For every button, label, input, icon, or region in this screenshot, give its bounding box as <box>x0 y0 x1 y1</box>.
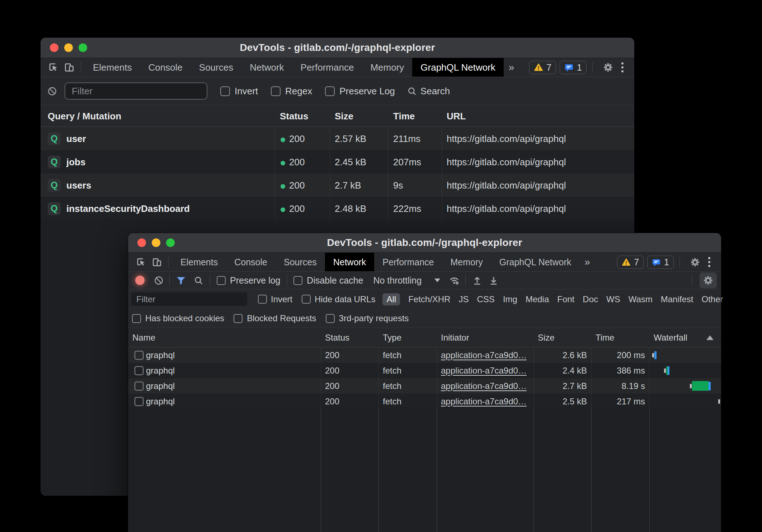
settings-gear-icon[interactable] <box>603 62 613 73</box>
type-filter-wasm[interactable]: Wasm <box>629 294 653 304</box>
export-har-icon[interactable] <box>489 275 499 285</box>
blocked-requests-checkbox-group[interactable]: Blocked Requests <box>234 313 316 323</box>
clear-icon[interactable] <box>154 276 164 285</box>
hide-data-urls-checkbox-group[interactable]: Hide data URLs <box>302 294 375 304</box>
col-time[interactable]: Time <box>596 333 614 343</box>
row-checkbox[interactable] <box>135 381 144 390</box>
col-name[interactable]: Name <box>132 333 155 343</box>
initiator-link[interactable]: application-a7ca9d0… <box>441 396 527 407</box>
network-conditions-icon[interactable] <box>449 275 460 286</box>
disable-cache-checkbox-group[interactable]: Disable cache <box>293 275 363 286</box>
more-tabs-icon[interactable]: » <box>579 256 595 268</box>
minimize-window-button[interactable] <box>152 238 160 247</box>
disable-cache-checkbox[interactable] <box>293 276 302 285</box>
col-type[interactable]: Type <box>383 333 401 343</box>
tab-performance[interactable]: Performance <box>374 253 442 271</box>
filter-input[interactable] <box>131 293 247 306</box>
row-checkbox[interactable] <box>135 397 144 406</box>
tab-network[interactable]: Network <box>241 58 292 77</box>
invert-checkbox-group[interactable]: Invert <box>220 86 258 97</box>
type-filter-other[interactable]: Other <box>701 294 723 304</box>
messages-badge[interactable]: 1 <box>560 61 587 74</box>
type-filter-img[interactable]: Img <box>503 294 517 304</box>
tab-console[interactable]: Console <box>140 58 190 77</box>
table-row[interactable]: Q users 200 2.7 kB 9s https://gitlab.com… <box>41 174 634 197</box>
row-checkbox[interactable] <box>135 366 144 375</box>
warnings-badge[interactable]: 7 <box>529 61 556 74</box>
filter-input[interactable] <box>65 82 207 100</box>
has-blocked-cookies-checkbox-group[interactable]: Has blocked cookies <box>132 313 224 323</box>
col-waterfall[interactable]: Waterfall <box>654 333 687 343</box>
table-row[interactable]: Q instanceSecurityDashboard 200 2.48 kB … <box>41 197 634 220</box>
type-filter-js[interactable]: JS <box>459 294 469 304</box>
tab-sources[interactable]: Sources <box>276 253 325 271</box>
tab-memory[interactable]: Memory <box>362 58 412 77</box>
device-toolbar-icon[interactable] <box>149 255 165 269</box>
tab-console[interactable]: Console <box>226 253 276 271</box>
tab-memory[interactable]: Memory <box>442 253 491 271</box>
preserve-log-checkbox-group[interactable]: Preserve log <box>217 275 280 286</box>
type-filter-font[interactable]: Font <box>557 294 574 304</box>
row-checkbox[interactable] <box>135 351 144 360</box>
regex-checkbox[interactable] <box>271 86 281 96</box>
network-settings-gear-icon[interactable] <box>700 272 717 288</box>
close-window-button[interactable] <box>137 238 146 247</box>
third-party-requests-checkbox[interactable] <box>326 314 335 323</box>
col-initiator[interactable]: Initiator <box>441 333 469 343</box>
type-filter-doc[interactable]: Doc <box>583 294 598 304</box>
invert-checkbox-group[interactable]: Invert <box>258 294 292 304</box>
clear-icon[interactable] <box>46 84 58 98</box>
tab-graphql-network[interactable]: GraphQL Network <box>491 253 580 271</box>
table-row[interactable]: graphql 200 fetch application-a7ca9d0… 2… <box>128 394 721 409</box>
invert-checkbox[interactable] <box>220 86 230 96</box>
table-row[interactable]: graphql 200 fetch application-a7ca9d0… 2… <box>128 378 721 394</box>
type-filter-manifest[interactable]: Manifest <box>661 294 693 304</box>
warnings-badge[interactable]: 7 <box>617 256 644 269</box>
table-row[interactable]: Q user 200 2.57 kB 211ms https://gitlab.… <box>41 127 634 150</box>
record-button[interactable] <box>135 276 145 285</box>
type-filter-fetch-xhr[interactable]: Fetch/XHR <box>408 294 450 304</box>
minimize-window-button[interactable] <box>64 43 73 52</box>
kebab-menu-icon[interactable] <box>616 62 629 72</box>
table-row[interactable]: graphql 200 fetch application-a7ca9d0… 2… <box>128 363 721 378</box>
zoom-window-button[interactable] <box>166 238 175 247</box>
invert-checkbox[interactable] <box>258 295 267 304</box>
third-party-requests-checkbox-group[interactable]: 3rd-party requests <box>326 313 409 323</box>
tab-sources[interactable]: Sources <box>191 58 241 77</box>
preserve-log-checkbox[interactable] <box>325 86 335 96</box>
tab-elements[interactable]: Elements <box>85 58 140 77</box>
blocked-requests-checkbox[interactable] <box>234 314 243 323</box>
type-filter-css[interactable]: CSS <box>477 294 495 304</box>
inspect-icon[interactable] <box>133 255 149 269</box>
settings-gear-icon[interactable] <box>690 257 700 267</box>
table-row[interactable]: graphql 200 fetch application-a7ca9d0… 2… <box>128 347 721 363</box>
type-filter-all[interactable]: All <box>382 293 400 305</box>
tab-network[interactable]: Network <box>325 253 375 271</box>
tab-performance[interactable]: Performance <box>292 58 362 77</box>
has-blocked-cookies-checkbox[interactable] <box>132 314 141 323</box>
initiator-link[interactable]: application-a7ca9d0… <box>441 366 527 376</box>
messages-badge[interactable]: 1 <box>647 256 674 269</box>
search-button[interactable]: Search <box>407 86 450 97</box>
type-filter-media[interactable]: Media <box>526 294 549 304</box>
zoom-window-button[interactable] <box>79 43 87 52</box>
more-tabs-icon[interactable]: » <box>504 62 519 73</box>
search-icon[interactable] <box>194 276 203 285</box>
throttling-dropdown[interactable]: No throttling <box>373 275 440 286</box>
filter-funnel-icon[interactable] <box>176 276 186 285</box>
hide-data-urls-checkbox[interactable] <box>302 295 311 304</box>
table-row[interactable]: Q jobs 200 2.45 kB 207ms https://gitlab.… <box>41 150 634 174</box>
kebab-menu-icon[interactable] <box>703 257 715 267</box>
type-filter-ws[interactable]: WS <box>606 294 620 304</box>
col-size[interactable]: Size <box>538 333 555 343</box>
inspect-icon[interactable] <box>46 60 61 75</box>
initiator-link[interactable]: application-a7ca9d0… <box>441 350 527 360</box>
initiator-link[interactable]: application-a7ca9d0… <box>441 381 527 391</box>
tab-graphql-network[interactable]: GraphQL Network <box>412 58 504 77</box>
regex-checkbox-group[interactable]: Regex <box>271 86 312 97</box>
device-toolbar-icon[interactable] <box>61 60 77 75</box>
preserve-log-checkbox[interactable] <box>217 276 226 285</box>
import-har-icon[interactable] <box>472 275 482 285</box>
tab-elements[interactable]: Elements <box>172 253 226 271</box>
close-window-button[interactable] <box>50 43 58 52</box>
